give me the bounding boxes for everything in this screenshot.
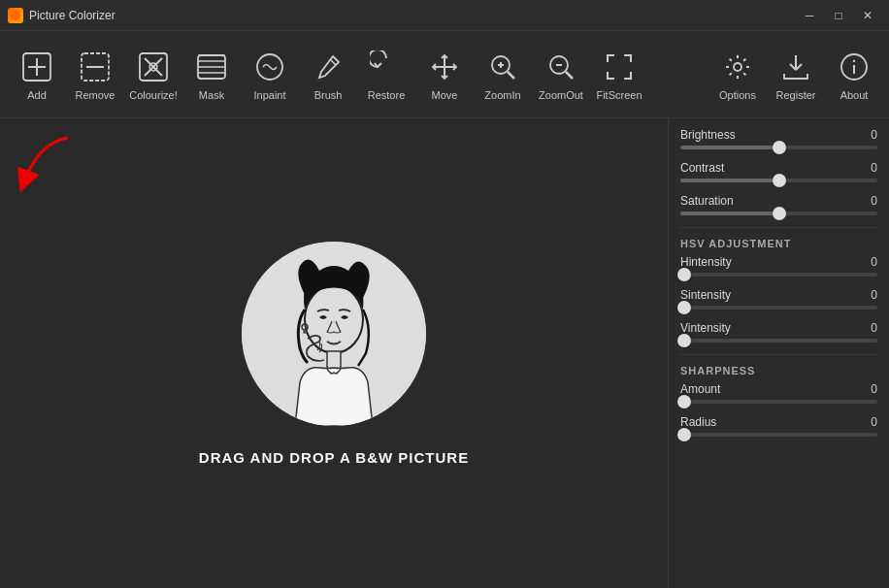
zoomout-button[interactable]: ZoomOut [532,39,590,111]
brightness-slider-row: Brightness 0 [680,128,877,149]
brightness-value: 0 [871,128,877,142]
brush-icon [310,49,346,85]
hintensity-track[interactable] [680,273,877,277]
contrast-fill [680,179,779,182]
fitscreen-button[interactable]: FitScreen [590,39,648,111]
title-bar: Picture Colorizer ─ □ ✕ [0,0,889,31]
mask-icon [193,49,230,85]
sintensity-label: Sintensity [680,288,731,302]
zoomout-icon [543,49,579,85]
colorize-button[interactable]: Colourize! [124,39,182,111]
sintensity-value: 0 [871,288,877,302]
register-button[interactable]: Register [769,39,823,111]
move-icon [426,49,463,85]
portrait-container: DRAG AND DROP A B&W PICTURE [199,242,469,466]
brightness-thumb[interactable] [773,141,786,154]
amount-thumb[interactable] [677,395,691,408]
amount-label: Amount [680,382,720,396]
hsv-section-label: HSV ADJUSTMENT [680,238,877,249]
sintensity-thumb[interactable] [677,301,691,314]
sharpness-divider [680,354,877,355]
hsv-divider [680,227,877,228]
brightness-label: Brightness [680,128,736,142]
saturation-label: Saturation [680,194,734,208]
contrast-slider-row: Contrast 0 [680,161,877,182]
contrast-label: Contrast [680,161,724,175]
vintensity-slider-row: Vintensity 0 [680,321,877,343]
contrast-track[interactable] [680,179,877,182]
maximize-button[interactable]: □ [825,5,852,26]
svg-point-24 [734,63,741,71]
amount-track[interactable] [680,400,877,404]
brightness-fill [680,146,779,149]
toolbar: Add Remove Colourize! [0,31,889,118]
window-controls: ─ □ ✕ [796,5,881,26]
vintensity-track[interactable] [680,339,877,343]
close-button[interactable]: ✕ [854,5,881,26]
svg-line-20 [508,72,514,79]
saturation-value: 0 [871,194,877,208]
main-area: DRAG AND DROP A B&W PICTURE Brightness 0… [0,118,889,588]
saturation-thumb[interactable] [773,207,786,220]
portrait-circle [242,242,426,426]
radius-slider-row: Radius 0 [680,415,877,437]
amount-slider-row: Amount 0 [680,382,877,404]
amount-value: 0 [871,382,877,396]
svg-point-27 [853,59,855,61]
inpaint-icon [251,49,288,85]
brush-button[interactable]: Brush [299,39,357,111]
options-icon [719,49,756,85]
sintensity-slider-row: Sintensity 0 [680,288,877,310]
saturation-track[interactable] [680,212,877,215]
drag-drop-label: DRAG AND DROP A B&W PICTURE [199,449,469,466]
svg-point-0 [11,11,20,20]
radius-value: 0 [871,415,877,429]
arrow-annotation [10,128,87,210]
remove-button[interactable]: Remove [66,39,124,111]
colorize-icon [135,49,172,85]
radius-thumb[interactable] [677,428,691,441]
add-button[interactable]: Add [8,39,66,111]
mask-button[interactable]: Mask [182,39,241,111]
hintensity-slider-row: Hintensity 0 [680,255,877,277]
sintensity-track[interactable] [680,306,877,310]
radius-track[interactable] [680,433,877,437]
move-button[interactable]: Move [415,39,474,111]
minus-icon [77,49,114,85]
tool-group-main: Add Remove Colourize! [8,39,648,111]
brightness-track[interactable] [680,146,877,149]
app-title: Picture Colorizer [29,9,796,22]
toolbar-right-group: Options Register About [710,39,881,111]
canvas-area[interactable]: DRAG AND DROP A B&W PICTURE [0,118,668,588]
right-panel: Brightness 0 Contrast 0 Saturation 0 [668,118,889,588]
hintensity-label: Hintensity [680,255,732,269]
saturation-slider-row: Saturation 0 [680,194,877,215]
vintensity-value: 0 [871,321,877,335]
fitscreen-icon [601,49,638,85]
minimize-button[interactable]: ─ [796,5,823,26]
svg-point-32 [303,330,307,334]
register-icon [777,49,814,85]
plus-icon [18,49,55,85]
svg-line-23 [566,72,573,79]
zoomin-icon [484,49,521,85]
radius-label: Radius [680,415,716,429]
restore-icon [368,49,405,85]
contrast-thumb[interactable] [773,174,786,187]
hintensity-thumb[interactable] [677,268,691,281]
hintensity-value: 0 [871,255,877,269]
sharpness-section-label: SHARPNESS [680,365,877,376]
app-icon [8,8,23,23]
zoomin-button[interactable]: ZoomIn [474,39,532,111]
contrast-value: 0 [871,161,877,175]
about-icon [836,49,873,85]
svg-line-16 [330,59,336,65]
about-button[interactable]: About [827,39,881,111]
saturation-fill [680,212,779,215]
inpaint-button[interactable]: Inpaint [241,39,299,111]
restore-button[interactable]: Restore [357,39,415,111]
vintensity-thumb[interactable] [677,334,691,347]
options-button[interactable]: Options [710,39,765,111]
vintensity-label: Vintensity [680,321,731,335]
svg-rect-30 [327,351,341,369]
